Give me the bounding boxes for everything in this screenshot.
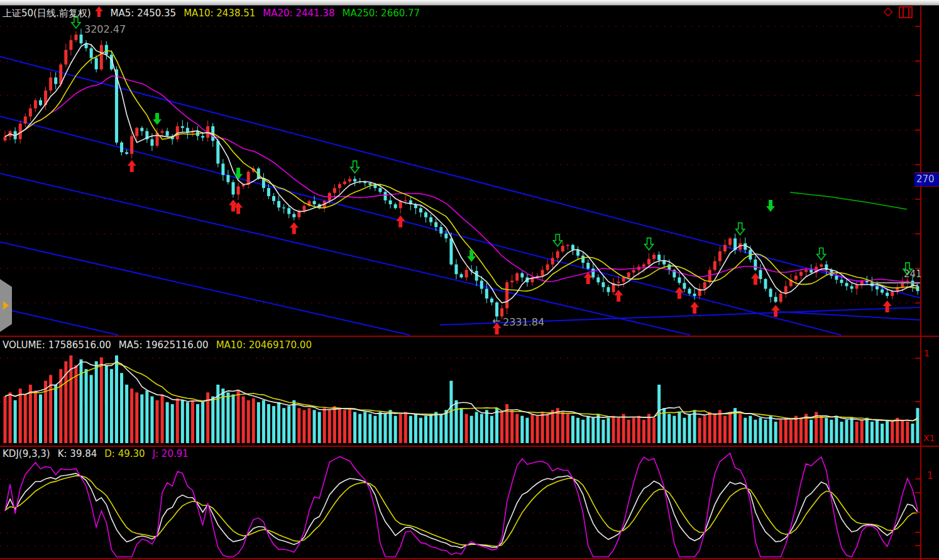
candle-body [333,188,336,193]
volume-bar [308,408,311,443]
volume-pane-header: VOLUME: 17586516.00 MA5: 19625116.00 MA1… [3,339,319,351]
volume-bar [673,416,676,443]
volume-bar [830,420,833,443]
candle-body [49,77,52,91]
axis-tick [915,478,920,480]
candle-body [221,163,224,175]
candle-body [627,273,630,278]
price-chart-canvas[interactable] [0,5,920,336]
volume-scale-top-label: 1 [924,348,930,358]
candle-body [617,282,620,283]
buy-signal-icon [883,300,892,312]
volume-bar [460,408,463,443]
candle-body [500,309,503,317]
buy-signal-icon [771,305,780,317]
volume-bar [703,416,706,443]
candle-body [703,282,706,288]
volume-bar [876,420,879,443]
candle-body [561,246,564,251]
sell-signal-icon [467,250,476,262]
candle-body [601,282,605,287]
volume-bar [541,412,544,443]
volume-bar [338,408,341,443]
candle-body [754,260,757,270]
candle-body [394,204,397,208]
ma10-value: MA10: 2438.51 [184,8,255,19]
panel-expand-handle[interactable] [0,279,12,332]
volume-chart-canvas[interactable] [0,337,920,445]
volume-bar [708,412,711,443]
candle-body [404,200,407,201]
candle-body [201,136,204,138]
volume-bar [769,416,772,443]
volume-bar [683,418,686,443]
volume-ma10-value: MA10: 20469170.00 [216,339,312,351]
volume-bar [409,416,412,443]
candle-body [287,208,290,214]
candle-body [29,108,32,116]
volume-bar [414,414,417,444]
candle-body [100,45,103,70]
candle-body [881,290,884,293]
candle-body [272,196,275,201]
volume-bar [820,416,823,443]
volume-bar [850,418,854,443]
candle-body [556,251,559,258]
kdj-chart-canvas[interactable] [0,447,920,559]
volume-bar [191,400,194,443]
volume-bar [789,420,793,443]
trendline [0,308,118,335]
volume-bar [201,402,204,443]
candle-body [161,131,164,133]
volume-bar [698,418,701,443]
candle-body [39,100,42,105]
volume-bar [500,412,503,443]
candle-body [774,297,777,302]
candle-body [845,283,848,286]
candle-body [799,272,803,276]
candle-body [693,294,696,296]
buy-signal-icon [690,302,699,314]
axis-tick [915,492,920,493]
volume-bar [85,369,88,443]
volume-bar [404,412,407,443]
candle-body [688,288,691,294]
peak-price-label: 3202.47 [84,23,126,35]
volume-bar [313,410,316,443]
candle-body [804,270,808,272]
candle-body [566,245,569,246]
volume-bar [510,410,513,443]
candle-body [465,270,468,277]
candle-body [150,140,153,146]
volume-bar [617,418,620,443]
candle-body [64,50,67,64]
candle-body [338,184,341,188]
bottom-border [0,558,939,559]
volume-bar [292,400,295,443]
volume-bar [642,420,645,443]
volume-bar [688,414,691,444]
split-window-icon[interactable] [899,6,913,18]
volume-bar [754,420,757,443]
candle-body [485,288,488,299]
volume-bar [115,356,118,444]
volume-bar [14,400,17,443]
candle-body [125,152,128,154]
volume-bar [546,414,549,444]
volume-bar [759,418,762,443]
ma20-line [5,76,918,284]
diamond-button-icon[interactable] [882,6,894,18]
candle-body [166,131,169,136]
candle-body [744,243,747,250]
candle-body [439,227,442,233]
sell-signal-hollow-icon [351,161,360,173]
volume-bar [774,422,777,443]
sell-signal-hollow-icon [553,234,562,246]
volume-bar [257,402,260,443]
candle-body [419,208,422,212]
split-window-icon-bars [903,8,909,17]
candle-body [181,126,184,128]
volume-bar [262,400,265,443]
volume-bar [444,410,448,443]
kdj-pane-header: KDJ(9,3,3) K: 39.84 D: 49.30 J: 20.91 [3,448,196,459]
